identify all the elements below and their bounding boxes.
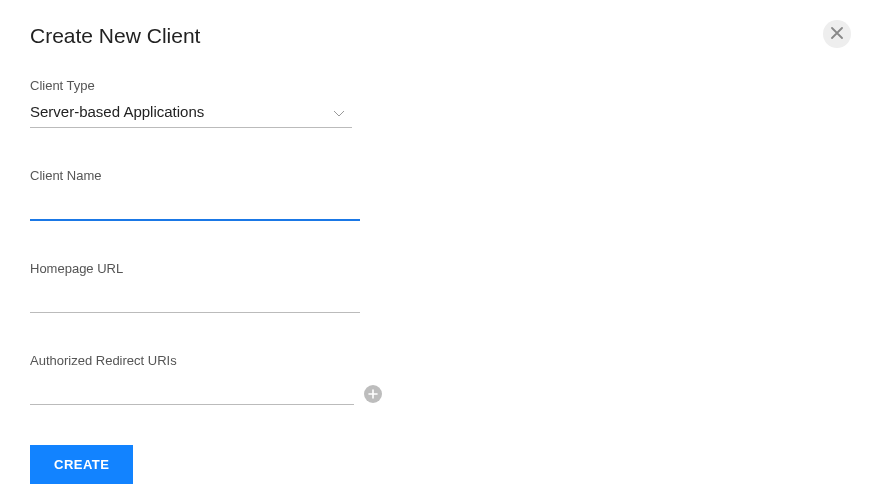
client-type-value: Server-based Applications bbox=[30, 103, 204, 120]
homepage-url-label: Homepage URL bbox=[30, 261, 390, 276]
homepage-url-input[interactable] bbox=[30, 286, 360, 313]
client-type-field: Client Type Server-based Applications bbox=[30, 78, 390, 128]
redirect-uri-input[interactable] bbox=[30, 378, 354, 405]
page-title: Create New Client bbox=[30, 24, 390, 48]
close-button[interactable] bbox=[823, 20, 851, 48]
create-client-form: Create New Client Client Type Server-bas… bbox=[0, 0, 420, 504]
chevron-down-icon bbox=[332, 105, 346, 123]
create-button[interactable]: CREATE bbox=[30, 445, 133, 484]
client-type-label: Client Type bbox=[30, 78, 390, 93]
client-name-label: Client Name bbox=[30, 168, 390, 183]
add-uri-button[interactable] bbox=[364, 385, 382, 403]
close-icon bbox=[831, 27, 843, 42]
plus-icon bbox=[368, 387, 378, 402]
client-type-select[interactable]: Server-based Applications bbox=[30, 103, 352, 128]
homepage-url-field: Homepage URL bbox=[30, 261, 390, 313]
redirect-uri-row bbox=[30, 378, 382, 405]
redirect-uris-field: Authorized Redirect URIs bbox=[30, 353, 390, 405]
client-name-field: Client Name bbox=[30, 168, 390, 221]
client-name-input[interactable] bbox=[30, 193, 360, 221]
redirect-uris-label: Authorized Redirect URIs bbox=[30, 353, 390, 368]
